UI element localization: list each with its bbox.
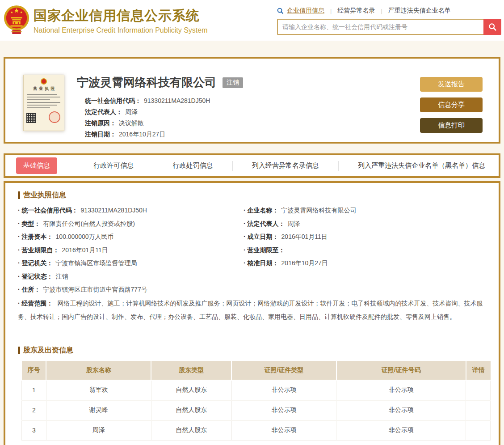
company-field-row: 注销日期：2016年10月27日	[85, 129, 411, 140]
column-header: 股东类型	[151, 361, 231, 380]
license-text-lines	[26, 94, 61, 108]
table-cell: 2	[22, 400, 46, 420]
shareholder-section-title-text: 股东及出资信息	[23, 346, 73, 355]
field-value: 注销	[56, 273, 68, 280]
field-label: · 企业名称：	[244, 207, 279, 214]
field-label: · 登记机关：	[18, 259, 53, 267]
field-label: · 住所：	[18, 286, 41, 293]
license-section-title: 营业执照信息	[18, 191, 486, 200]
tab-2[interactable]: 行政许可信息	[91, 158, 136, 174]
share-info-button[interactable]: 信息分享	[420, 97, 483, 112]
field-value: 周泽	[125, 108, 138, 115]
tab-separator	[153, 161, 153, 171]
license-field-left: · 统一社会信用代码：91330211MA281DJ50H	[18, 204, 244, 217]
site-title: 国家企业信用信息公示系统	[34, 7, 208, 25]
license-field-left: · 类型：有限责任公司(自然人投资或控股)	[18, 217, 244, 231]
status-badge: 注销	[223, 77, 243, 88]
print-info-button[interactable]: 信息打印	[420, 118, 483, 133]
license-field-row: · 营业期限自：2016年01月11日· 营业期限至：	[18, 244, 486, 257]
field-value: 宁波市镇海区市场监督管理局	[56, 259, 137, 267]
field-value: 宁波灵霄网络科技有限公司	[281, 207, 357, 214]
column-header: 证照/证件号码	[336, 361, 466, 380]
table-cell: 自然人股东	[151, 400, 231, 420]
table-row: 1翁军欢自然人股东非公示项非公示项	[22, 380, 491, 400]
table-cell: 非公示项	[336, 400, 466, 420]
section-marker	[18, 191, 20, 199]
field-value: 91330211MA281DJ50H	[144, 97, 210, 104]
table-cell: 非公示项	[231, 400, 336, 420]
business-scope-row: · 经营范围： 网络工程的设计、施工；计算机网络技术的研发及推广服务；网页设计；…	[18, 297, 486, 323]
nav-separator: |	[330, 8, 332, 14]
table-cell: 非公示项	[336, 380, 466, 400]
field-label: · 类型：	[18, 220, 41, 227]
company-field-row: 注销原因：决议解散	[85, 118, 411, 129]
table-row: 2谢灵峰自然人股东非公示项非公示项	[22, 400, 491, 420]
license-seal-icon	[49, 111, 60, 123]
table-cell	[466, 420, 491, 441]
tab-separator	[232, 161, 233, 171]
field-value: 宁波市镇海区庄市街道中官西路777号	[43, 286, 147, 293]
license-field-left: · 登记机关：宁波市镇海区市场监督管理局	[18, 257, 244, 270]
field-value: 网络工程的设计、施工；计算机网络技术的研发及推广服务；网页设计；网络游戏的开发设…	[18, 300, 483, 320]
table-cell: 谢灵峰	[46, 400, 151, 420]
field-label: · 核准日期：	[244, 259, 279, 267]
tab-1[interactable]: 基础信息	[16, 157, 57, 174]
license-field-right: · 成立日期：2016年01月11日	[244, 230, 486, 244]
section-marker	[18, 347, 20, 354]
license-field-row: · 统一社会信用代码：91330211MA281DJ50H· 企业名称：宁波灵霄…	[18, 204, 486, 217]
company-name: 宁波灵霄网络科技有限公司	[77, 75, 216, 90]
field-value: 100.000000万人民币	[56, 233, 114, 240]
tab-4[interactable]: 列入经营异常名录信息	[249, 158, 322, 174]
field-label: · 成立日期：	[244, 233, 279, 240]
field-value: 2016年10月27日	[281, 259, 328, 267]
nav-link-1[interactable]: 企业信用信息	[287, 7, 324, 15]
table-row: 3周泽自然人股东非公示项非公示项	[22, 420, 491, 441]
business-license-thumbnail[interactable]: 营业执照	[23, 75, 64, 131]
table-cell: 自然人股东	[151, 380, 231, 400]
national-emblem-icon	[4, 4, 29, 37]
search-icon	[277, 8, 284, 14]
tab-5[interactable]: 列入严重违法失信企业名单（黑名单）信息	[355, 158, 488, 174]
tab-3[interactable]: 行政处罚信息	[170, 158, 216, 174]
column-header: 证照/证件类型	[231, 361, 336, 380]
search-button[interactable]	[483, 19, 501, 35]
license-field-left: · 登记状态：注销	[18, 270, 244, 284]
company-field-row: 法定代表人：周泽	[85, 106, 411, 118]
search-area: 企业信用信息|经营异常名录|严重违法失信企业名单	[277, 6, 501, 35]
license-field-left: · 营业期限自：2016年01月11日	[18, 244, 244, 257]
field-label: · 经营范围：	[18, 300, 53, 307]
shareholder-section-title: 股东及出资信息	[18, 346, 486, 355]
nav-link-3[interactable]: 严重违法失信企业名单	[388, 7, 451, 15]
send-report-button[interactable]: 发送报告	[420, 77, 483, 92]
header-nav: 企业信用信息|经营异常名录|严重违法失信企业名单	[277, 7, 501, 15]
license-field-row: · 住所：宁波市镇海区庄市街道中官西路777号	[18, 283, 486, 297]
table-cell: 非公示项	[336, 420, 466, 441]
company-summary-card: 营业执照 宁波灵霄网络科技有限公司 注销 统一社会信用代码：91330211MA…	[4, 57, 500, 144]
field-label: · 营业期限至：	[244, 246, 285, 254]
license-section-title-text: 营业执照信息	[23, 191, 66, 200]
nav-link-2[interactable]: 经营异常名录	[337, 7, 375, 15]
field-value: 91330211MA281DJ50H	[81, 207, 147, 214]
field-label: 注销原因：	[85, 119, 116, 127]
table-cell: 非公示项	[231, 420, 336, 441]
tab-bar: 基础信息行政许可信息行政处罚信息列入经营异常名录信息列入严重违法失信企业名单（黑…	[4, 153, 500, 178]
license-field-row: · 登记状态：注销	[18, 270, 486, 284]
table-cell: 翁军欢	[46, 380, 151, 400]
table-cell: 自然人股东	[151, 420, 231, 441]
table-cell: 3	[22, 420, 46, 441]
field-label: 注销日期：	[85, 131, 116, 138]
license-field-right: · 企业名称：宁波灵霄网络科技有限公司	[244, 204, 486, 217]
search-input[interactable]	[277, 19, 483, 35]
license-field-row: · 登记机关：宁波市镇海区市场监督管理局· 核准日期：2016年10月27日	[18, 257, 486, 270]
site-header: 国家企业信用信息公示系统 National Enterprise Credit …	[0, 0, 504, 41]
column-header: 序号	[22, 361, 46, 380]
tab-separator	[338, 161, 339, 171]
company-fields: 统一社会信用代码：91330211MA281DJ50H法定代表人：周泽注销原因：…	[77, 95, 411, 140]
license-field-right: · 核准日期：2016年10月27日	[244, 257, 486, 270]
field-value: 决议解散	[119, 119, 144, 127]
shareholder-table-body: 1翁军欢自然人股东非公示项非公示项2谢灵峰自然人股东非公示项非公示项3周泽自然人…	[22, 380, 491, 441]
license-qr-code	[26, 113, 36, 123]
table-cell	[466, 400, 491, 420]
detail-card: 营业执照信息 · 统一社会信用代码：91330211MA281DJ50H· 企业…	[4, 181, 500, 445]
tab-separator	[74, 161, 74, 171]
